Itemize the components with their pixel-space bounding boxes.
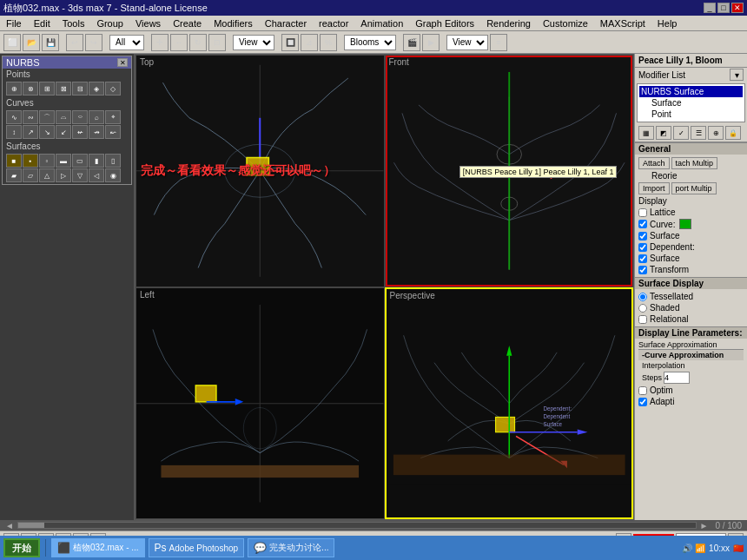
tach-multip-button[interactable]: tach Multip xyxy=(671,157,718,169)
nurbs-sf-btn-2[interactable]: ▪ xyxy=(23,154,38,168)
tessellated-radio[interactable] xyxy=(638,293,647,301)
surface-display-section-header[interactable]: Surface Display xyxy=(635,277,747,289)
viewport-front[interactable]: Front xyxy=(385,55,634,287)
nurbs-sf-btn-10[interactable]: △ xyxy=(39,168,55,182)
menu-rendering[interactable]: Rendering xyxy=(484,18,533,29)
nurbs-sf-btn-8[interactable]: ▰ xyxy=(6,168,22,182)
display-line-section-header[interactable]: Display Line Parameters: xyxy=(635,326,747,339)
nurbs-close-button[interactable]: ✕ xyxy=(117,58,128,67)
tb-pct-snap[interactable]: % xyxy=(320,34,337,51)
nurbs-cv-btn-3[interactable]: ⌒ xyxy=(39,110,55,124)
tb-rotate[interactable]: ↻ xyxy=(189,34,207,51)
nurbs-cv-btn-12[interactable]: ↚ xyxy=(72,125,88,139)
scroll-arrow-right[interactable]: ► xyxy=(697,521,712,530)
tb-render-setup[interactable]: 🎬 xyxy=(403,34,420,51)
nurbs-cv-btn-7[interactable]: ⌖ xyxy=(105,110,121,124)
taskbar-photoshop[interactable]: Ps Adobe Photoshop xyxy=(149,538,245,557)
nurbs-pt-btn-6[interactable]: ◈ xyxy=(89,82,104,96)
nurbs-sf-btn-13[interactable]: ◁ xyxy=(89,168,104,182)
optim-checkbox[interactable] xyxy=(638,386,647,395)
rp-icon-2[interactable]: ◩ xyxy=(656,126,671,140)
selection-mode-dropdown[interactable]: All xyxy=(109,35,144,50)
rp-icon-5[interactable]: ⊕ xyxy=(708,126,724,140)
maximize-button[interactable]: □ xyxy=(717,3,730,13)
menu-create[interactable]: Create xyxy=(170,18,204,29)
relational-checkbox[interactable] xyxy=(638,315,647,324)
tree-item-nurbs-surface[interactable]: NURBS Surface xyxy=(639,86,743,97)
menu-animation[interactable]: Animation xyxy=(358,18,406,29)
nurbs-sf-btn-4[interactable]: ▬ xyxy=(56,154,71,168)
menu-tools[interactable]: Tools xyxy=(60,18,88,29)
attach-button[interactable]: Attach xyxy=(638,157,670,169)
nurbs-pt-btn-4[interactable]: ⊠ xyxy=(56,82,71,96)
adapti-checkbox[interactable] xyxy=(638,398,647,406)
menu-graph-editors[interactable]: Graph Editors xyxy=(413,18,477,29)
tree-item-surface[interactable]: Surface xyxy=(639,97,743,109)
nurbs-pt-btn-1[interactable]: ⊕ xyxy=(6,82,22,96)
tb-move[interactable]: ↔ xyxy=(170,34,188,51)
nurbs-cv-btn-13[interactable]: ↛ xyxy=(89,125,104,139)
taskbar-forum[interactable]: 💬 完美动力讨论... xyxy=(248,538,334,557)
viewport-left[interactable]: Left xyxy=(136,287,385,520)
nurbs-cv-btn-2[interactable]: ∾ xyxy=(23,110,38,124)
rp-icon-4[interactable]: ☰ xyxy=(691,126,706,140)
taskbar-3dsmax[interactable]: ⬛ 植物032.max - ... xyxy=(51,538,145,557)
tb-undo[interactable]: ↩ xyxy=(66,34,83,51)
viewport-right-dropdown[interactable]: View xyxy=(446,35,488,50)
nurbs-sf-btn-9[interactable]: ▱ xyxy=(23,168,38,182)
menu-maxscript[interactable]: MAXScript xyxy=(598,18,648,29)
nurbs-cv-btn-9[interactable]: ↗ xyxy=(23,125,38,139)
transform-checkbox[interactable] xyxy=(638,266,647,274)
close-button[interactable]: ✕ xyxy=(731,3,744,13)
surface-checkbox1[interactable] xyxy=(638,232,647,240)
blooms-dropdown[interactable]: Blooms xyxy=(344,35,396,50)
nurbs-cv-btn-6[interactable]: ⌕ xyxy=(89,110,104,124)
rp-icon-1[interactable]: ▦ xyxy=(638,126,654,140)
start-button[interactable]: 开始 xyxy=(3,538,40,557)
viewport-top[interactable]: Top xyxy=(136,55,385,287)
viewport-left-dropdown[interactable]: View xyxy=(233,35,274,50)
nurbs-sf-btn-12[interactable]: ▽ xyxy=(72,168,88,182)
rp-icon-6[interactable]: 🔒 xyxy=(725,126,741,140)
nurbs-sf-btn-11[interactable]: ▷ xyxy=(56,168,71,182)
scroll-thumb[interactable] xyxy=(18,523,44,528)
nurbs-pt-btn-2[interactable]: ⊗ xyxy=(23,82,38,96)
title-bar-controls[interactable]: _ □ ✕ xyxy=(704,3,744,13)
minimize-button[interactable]: _ xyxy=(704,3,716,13)
nurbs-cv-btn-5[interactable]: ⌔ xyxy=(72,110,88,124)
nurbs-sf-btn-14[interactable]: ◉ xyxy=(105,168,121,182)
tb-select[interactable]: ✛ xyxy=(151,34,169,51)
curve-checkbox[interactable] xyxy=(638,220,647,228)
steps-input[interactable] xyxy=(664,372,690,384)
nurbs-cv-btn-10[interactable]: ↘ xyxy=(39,125,55,139)
nurbs-pt-btn-7[interactable]: ◇ xyxy=(105,82,121,96)
menu-edit[interactable]: Edit xyxy=(31,18,53,29)
menu-character[interactable]: Character xyxy=(262,18,309,29)
tb-render[interactable]: ▶ xyxy=(422,34,440,51)
rp-icon-3[interactable]: ✓ xyxy=(673,126,689,140)
nurbs-sf-btn-5[interactable]: ▭ xyxy=(72,154,88,168)
general-section-header[interactable]: General xyxy=(635,142,747,155)
port-multip-button[interactable]: port Multip xyxy=(671,182,717,194)
nurbs-cv-btn-11[interactable]: ↙ xyxy=(56,125,71,139)
scroll-arrow-left[interactable]: ◄ xyxy=(2,521,17,530)
tb-open[interactable]: 📂 xyxy=(23,34,40,51)
tb-save[interactable]: 💾 xyxy=(42,34,59,51)
menu-file[interactable]: File xyxy=(3,18,24,29)
dependent-checkbox[interactable] xyxy=(638,243,647,252)
menu-views[interactable]: Views xyxy=(133,18,163,29)
viewport-perspective[interactable]: Perspective xyxy=(385,287,634,520)
tb-redo[interactable]: ↪ xyxy=(85,34,102,51)
menu-modifiers[interactable]: Modifiers xyxy=(211,18,255,29)
tb-scale[interactable]: ⊡ xyxy=(208,34,226,51)
menu-customize[interactable]: Customize xyxy=(540,18,591,29)
tb-angle-snap[interactable]: ⊿ xyxy=(301,34,318,51)
curve-color-swatch[interactable] xyxy=(679,219,691,229)
nurbs-sf-btn-3[interactable]: ▫ xyxy=(39,154,55,168)
surface-checkbox2[interactable] xyxy=(638,254,647,263)
scroll-track[interactable] xyxy=(17,522,697,529)
tb-new[interactable]: ⬜ xyxy=(3,34,21,51)
tree-item-point[interactable]: Point xyxy=(639,109,743,120)
nurbs-cv-btn-14[interactable]: ↜ xyxy=(105,125,121,139)
tb-snap[interactable]: 🔲 xyxy=(281,34,299,51)
